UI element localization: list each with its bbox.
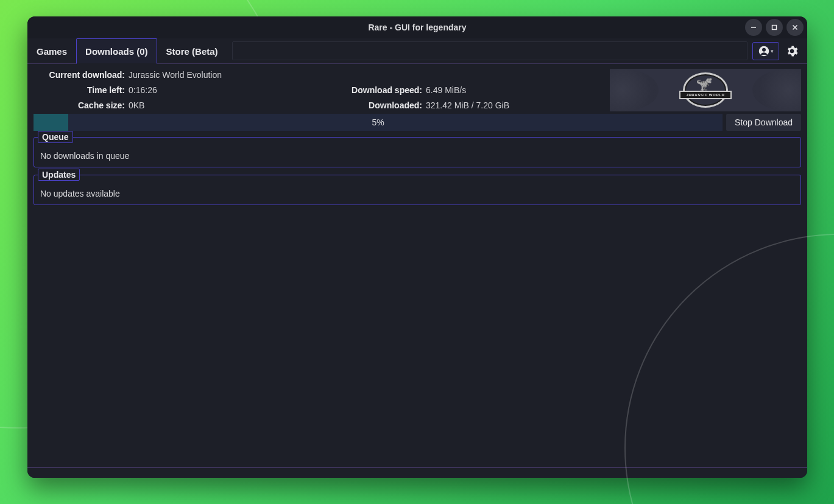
tab-store[interactable]: Store (Beta)	[157, 38, 227, 63]
value-cache-size: 0KB	[129, 100, 309, 110]
progress-row: 5% Stop Download	[34, 114, 801, 131]
download-info-grid: Current download: Jurassic World Evoluti…	[34, 69, 606, 111]
svg-rect-1	[772, 26, 777, 30]
label-cache-size: Cache size:	[34, 100, 125, 110]
queue-title: Queue	[38, 131, 73, 143]
content-area: Current download: Jurassic World Evoluti…	[27, 64, 807, 467]
logo-text: JURASSIC WORLD	[679, 91, 732, 99]
progress-bar: 5%	[34, 114, 723, 131]
tab-bar: Games Downloads (0) Store (Beta)	[27, 38, 227, 63]
maximize-icon	[771, 24, 778, 31]
status-bar	[27, 467, 807, 478]
updates-title: Updates	[38, 169, 80, 181]
value-download-speed: 6.49 MiB/s	[426, 85, 606, 95]
gear-icon	[786, 45, 798, 57]
maximize-button[interactable]	[766, 19, 783, 36]
svg-point-5	[762, 47, 766, 51]
current-download-panel: Current download: Jurassic World Evoluti…	[34, 69, 801, 111]
label-time-left: Time left:	[34, 85, 125, 95]
label-download-speed: Download speed:	[313, 85, 422, 95]
titlebar: Rare - GUI for legendary	[27, 16, 807, 38]
jurassic-world-logo: 🦖 JURASSIC WORLD	[683, 72, 728, 108]
chevron-down-icon: ▾	[771, 48, 774, 54]
updates-empty-text: No updates available	[40, 186, 794, 198]
tab-downloads[interactable]: Downloads (0)	[76, 38, 157, 64]
updates-group: Updates No updates available	[34, 175, 801, 205]
game-artwork: 🦖 JURASSIC WORLD	[610, 69, 801, 111]
settings-button[interactable]	[783, 42, 801, 60]
minimize-icon	[750, 24, 757, 31]
close-button[interactable]	[786, 19, 804, 36]
app-window: Rare - GUI for legendary Games Downloads…	[27, 16, 807, 478]
minimize-button[interactable]	[745, 19, 762, 36]
queue-empty-text: No downloads in queue	[40, 149, 794, 161]
stop-download-button[interactable]: Stop Download	[726, 114, 801, 131]
label-downloaded: Downloaded:	[313, 100, 422, 110]
toolbar: Games Downloads (0) Store (Beta) ▾	[27, 38, 807, 64]
toolbar-spacer	[232, 41, 747, 60]
label-current-download: Current download:	[34, 70, 125, 80]
value-time-left: 0:16:26	[129, 85, 309, 95]
close-icon	[791, 24, 799, 31]
progress-percent-label: 5%	[34, 114, 723, 131]
window-controls	[745, 19, 804, 36]
window-title: Rare - GUI for legendary	[368, 23, 466, 32]
toolbar-right: ▾	[752, 38, 807, 63]
tab-games[interactable]: Games	[27, 38, 76, 63]
value-game-name: Jurassic World Evolution	[129, 70, 309, 80]
user-icon	[758, 46, 769, 57]
value-downloaded: 321.42 MiB / 7.20 GiB	[426, 100, 606, 110]
queue-group: Queue No downloads in queue	[34, 137, 801, 167]
account-button[interactable]: ▾	[752, 42, 779, 60]
